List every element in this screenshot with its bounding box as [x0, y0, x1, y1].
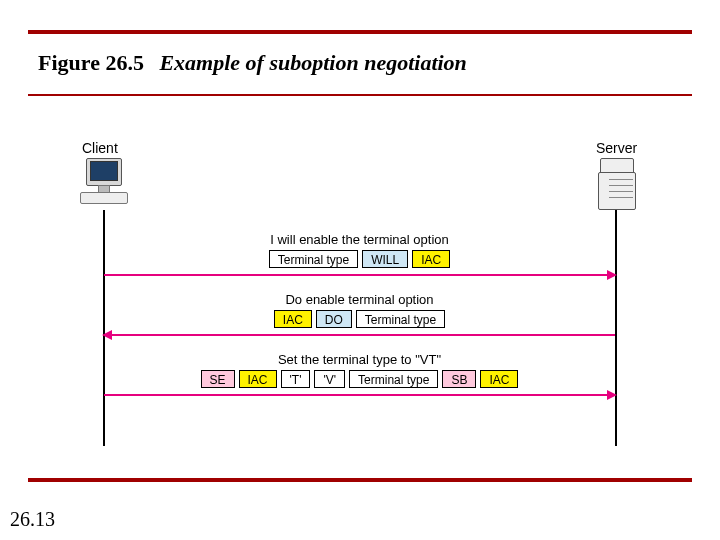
client-computer-icon — [76, 158, 130, 208]
mid-rule — [28, 94, 692, 96]
msg2-packets: IAC DO Terminal type — [104, 310, 615, 330]
packet-iac: IAC — [274, 310, 312, 328]
msg1-packets: Terminal type WILL IAC — [104, 250, 615, 270]
packet-iac: IAC — [480, 370, 518, 388]
packet-terminal-type: Terminal type — [269, 250, 358, 268]
msg2-arrow — [104, 334, 615, 336]
packet-terminal-type: Terminal type — [349, 370, 438, 388]
msg3-caption: Set the terminal type to "VT" — [104, 352, 615, 367]
slide: Figure 26.5 Example of suboption negotia… — [0, 0, 720, 540]
server-tower-icon — [594, 158, 638, 208]
figure-title: Figure 26.5 Example of suboption negotia… — [38, 50, 467, 76]
sequence-diagram: Client Server I will enable the terminal… — [60, 140, 660, 460]
msg1-caption: I will enable the terminal option — [104, 232, 615, 247]
client-label: Client — [82, 140, 118, 156]
packet-sb: SB — [442, 370, 476, 388]
bottom-rule — [28, 478, 692, 482]
packet-do: DO — [316, 310, 352, 328]
server-lifeline — [615, 210, 617, 446]
figure-label: Figure 26.5 — [38, 50, 144, 75]
msg1-arrow — [104, 274, 615, 276]
packet-will: WILL — [362, 250, 408, 268]
packet-se: SE — [201, 370, 235, 388]
top-rule — [28, 30, 692, 34]
packet-iac: IAC — [412, 250, 450, 268]
figure-caption: Example of suboption negotiation — [159, 50, 466, 75]
arrow-left-icon — [102, 330, 112, 340]
packet-terminal-type: Terminal type — [356, 310, 445, 328]
msg2-caption: Do enable terminal option — [104, 292, 615, 307]
msg3-arrow — [104, 394, 615, 396]
arrow-right-icon — [607, 390, 617, 400]
server-label: Server — [596, 140, 637, 156]
msg3-packets: SE IAC 'T' 'V' Terminal type SB IAC — [104, 370, 615, 390]
arrow-right-icon — [607, 270, 617, 280]
packet-char-v: 'V' — [314, 370, 345, 388]
packet-iac: IAC — [239, 370, 277, 388]
page-number: 26.13 — [10, 508, 55, 531]
packet-char-t: 'T' — [281, 370, 311, 388]
